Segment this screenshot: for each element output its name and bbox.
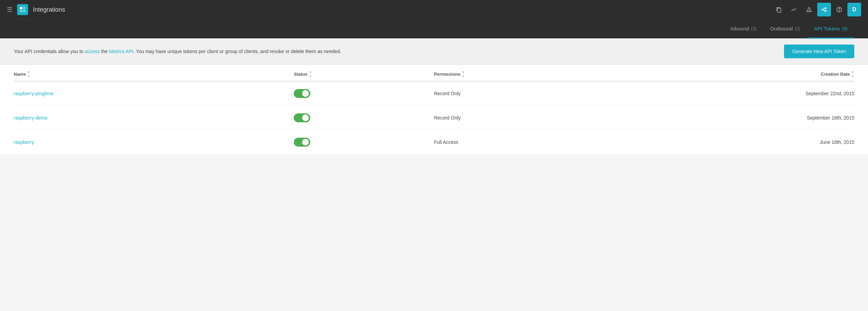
svg-rect-1 xyxy=(23,7,25,9)
row-permissions-cell: Record Only xyxy=(434,91,658,96)
token-link-raspberry-demo[interactable]: raspberry-demo xyxy=(14,115,48,121)
app-logo xyxy=(17,4,28,15)
svg-line-11 xyxy=(823,10,825,11)
svg-rect-3 xyxy=(23,10,25,12)
svg-rect-0 xyxy=(20,7,22,9)
access-link[interactable]: access xyxy=(85,49,100,54)
svg-point-9 xyxy=(825,10,826,12)
copy-icon-button[interactable] xyxy=(772,3,786,16)
status-toggle-raspberry-demo[interactable] xyxy=(294,113,310,122)
tab-inbound[interactable]: Inbound (3) xyxy=(724,20,763,39)
row-name-cell: raspberry-demo xyxy=(14,115,294,121)
info-bar: Your API credentials allow you to access… xyxy=(0,38,868,65)
permissions-sort-icons[interactable]: ▼ ▲ xyxy=(462,71,465,77)
row-date-cell: September 16th, 2015 xyxy=(658,115,854,121)
alert-icon-button[interactable] xyxy=(802,3,816,16)
tab-api-tokens-count: (9) xyxy=(842,26,847,31)
col-header-status: Status ▼ ▲ xyxy=(294,71,434,77)
row-status-cell xyxy=(294,113,434,122)
row-date-cell: September 22nd, 2015 xyxy=(658,91,854,96)
menu-icon[interactable]: ☰ xyxy=(7,6,12,13)
date-sort-down: ▼ xyxy=(851,71,854,74)
tabs-bar: Inbound (3) Outbound (2) API Tokens (9) xyxy=(0,19,868,38)
svg-rect-4 xyxy=(777,8,781,12)
status-sort-icons[interactable]: ▼ ▲ xyxy=(309,71,312,77)
token-link-raspberry-pingtime[interactable]: raspberry-pingtime xyxy=(14,91,54,96)
header-left: ☰ Integrations xyxy=(7,4,65,15)
table-row: raspberry-pingtime Record Only September… xyxy=(14,82,854,106)
row-status-cell xyxy=(294,138,434,147)
svg-line-10 xyxy=(823,9,825,9)
tab-outbound-count: (2) xyxy=(795,26,800,31)
col-header-name: Name ▼ ▲ xyxy=(14,71,294,77)
svg-rect-2 xyxy=(20,10,22,12)
status-toggle-raspberry-pingtime[interactable] xyxy=(294,89,310,98)
page-title: Integrations xyxy=(33,6,65,13)
integration-icon-button[interactable] xyxy=(817,3,831,16)
tab-outbound-label: Outbound xyxy=(770,26,793,32)
info-text: Your API credentials allow you to access… xyxy=(14,49,341,54)
tab-api-tokens-label: API Tokens xyxy=(814,26,840,32)
col-header-permissions: Permissions ▼ ▲ xyxy=(434,71,658,77)
tab-api-tokens[interactable]: API Tokens (9) xyxy=(807,20,855,39)
col-header-creation-date: Creation Date ▼ ▲ xyxy=(658,71,854,77)
help-icon-button[interactable] xyxy=(832,3,846,16)
status-sort-down: ▼ xyxy=(309,71,312,74)
app-header: ☰ Integrations xyxy=(0,0,868,19)
tab-outbound[interactable]: Outbound (2) xyxy=(763,20,807,39)
name-sort-up: ▲ xyxy=(27,74,30,77)
header-actions: D xyxy=(772,3,861,16)
tab-inbound-label: Inbound xyxy=(731,26,749,32)
chart-icon-button[interactable] xyxy=(787,3,801,16)
row-status-cell xyxy=(294,89,434,98)
api-tokens-table: Name ▼ ▲ Status ▼ ▲ Permissions ▼ ▲ Crea… xyxy=(0,65,868,154)
date-sort-up: ▲ xyxy=(851,74,854,77)
generate-token-button[interactable]: Generate New API Token xyxy=(784,45,854,58)
permissions-sort-up: ▲ xyxy=(462,74,465,77)
info-text-before: Your API credentials allow you to xyxy=(14,49,85,54)
info-text-after: . You may have unique tokens per client … xyxy=(133,49,341,54)
tab-inbound-count: (3) xyxy=(751,26,757,31)
svg-point-7 xyxy=(822,9,823,10)
svg-point-6 xyxy=(809,11,809,11)
user-avatar[interactable]: D xyxy=(847,3,861,16)
row-name-cell: raspberry xyxy=(14,139,294,145)
metrics-api-link[interactable]: Metrics API xyxy=(109,49,133,54)
status-sort-up: ▲ xyxy=(309,74,312,77)
name-sort-down: ▼ xyxy=(27,71,30,74)
table-row: raspberry Full Access June 18th, 2015 xyxy=(14,130,854,154)
date-sort-icons[interactable]: ▼ ▲ xyxy=(851,71,854,77)
svg-point-13 xyxy=(839,11,840,12)
permissions-sort-down: ▼ xyxy=(462,71,465,74)
info-text-between: the xyxy=(100,49,109,54)
row-name-cell: raspberry-pingtime xyxy=(14,91,294,96)
row-permissions-cell: Full Access xyxy=(434,139,658,145)
token-link-raspberry[interactable]: raspberry xyxy=(14,139,34,145)
svg-point-8 xyxy=(825,8,826,9)
row-permissions-cell: Record Only xyxy=(434,115,658,121)
status-toggle-raspberry[interactable] xyxy=(294,138,310,147)
table-header: Name ▼ ▲ Status ▼ ▲ Permissions ▼ ▲ Crea… xyxy=(14,65,854,82)
row-date-cell: June 18th, 2015 xyxy=(658,139,854,145)
name-sort-icons[interactable]: ▼ ▲ xyxy=(27,71,30,77)
table-row: raspberry-demo Record Only September 16t… xyxy=(14,106,854,130)
